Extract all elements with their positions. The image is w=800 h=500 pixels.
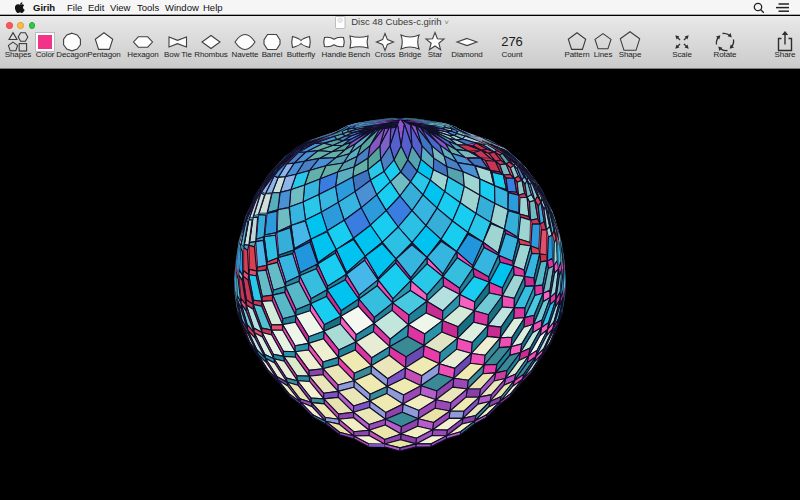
svg-text:276: 276: [501, 33, 523, 48]
